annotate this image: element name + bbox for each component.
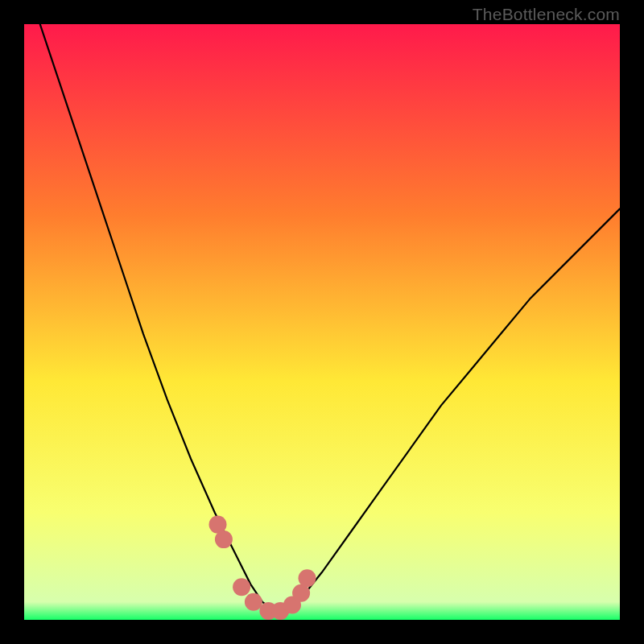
curve-layer: [24, 24, 620, 620]
bottleneck-curve: [24, 24, 620, 611]
marker-point: [245, 593, 262, 611]
chart-frame: TheBottleneck.com: [0, 0, 644, 644]
highlight-markers: [209, 516, 316, 620]
marker-point: [215, 530, 233, 548]
marker-point: [299, 569, 316, 587]
watermark-text: TheBottleneck.com: [473, 5, 620, 24]
plot-area: [24, 24, 620, 620]
marker-point: [233, 578, 250, 596]
